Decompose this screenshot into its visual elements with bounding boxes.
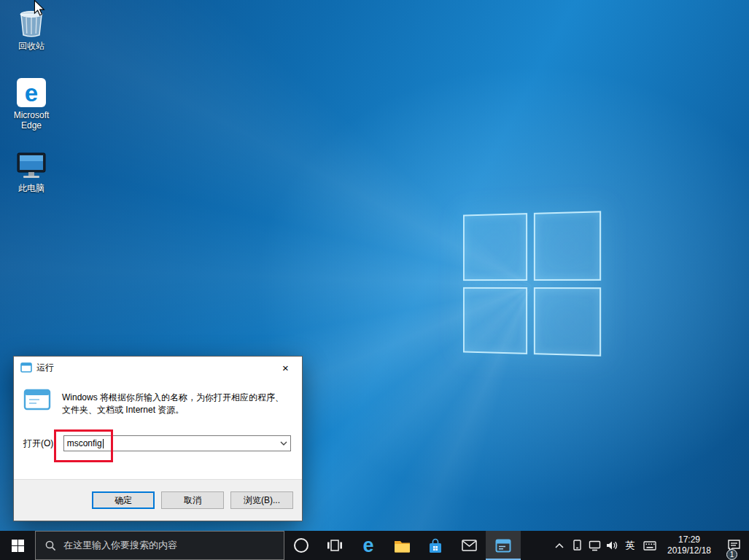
- dialog-footer: 确定 取消 浏览(B)...: [14, 479, 302, 521]
- clock-date: 2019/12/18: [667, 545, 711, 556]
- ok-button[interactable]: 确定: [92, 491, 155, 509]
- chevron-up-icon: [555, 542, 564, 548]
- annotation-highlight-box: [54, 429, 113, 462]
- dialog-title: 运行: [36, 362, 269, 374]
- clock-time: 17:29: [678, 534, 700, 545]
- logo-pane: [533, 211, 601, 280]
- store-button[interactable]: [419, 531, 452, 560]
- desktop-icon-label: 回收站: [3, 41, 60, 51]
- mouse-cursor: [34, 0, 45, 16]
- notification-badge: 1: [726, 549, 737, 560]
- logo-pane: [463, 213, 527, 280]
- desktop-icon-microsoft-edge[interactable]: e Microsoft Edge: [3, 75, 60, 131]
- edge-icon: e: [3, 75, 60, 107]
- taskbar-clock[interactable]: 17:29 2019/12/18: [660, 531, 718, 560]
- mail-button[interactable]: [452, 531, 486, 560]
- desktop-icon-label: Microsoft Edge: [3, 110, 60, 131]
- run-dialog-titlebar[interactable]: 运行 ×: [14, 357, 302, 378]
- windows-logo: [463, 211, 601, 356]
- device-icon: [573, 540, 582, 551]
- search-placeholder: 在这里输入你要搜索的内容: [63, 539, 177, 552]
- edge-taskbar-button[interactable]: e: [352, 531, 385, 560]
- file-explorer-button[interactable]: [385, 531, 419, 560]
- open-label: 打开(O):: [23, 438, 56, 450]
- recycle-bin-icon: [3, 6, 60, 38]
- language-indicator[interactable]: 英: [621, 531, 640, 560]
- volume-icon: [606, 540, 618, 551]
- store-icon: [427, 538, 443, 553]
- network-icon: [589, 540, 601, 551]
- folder-icon: [394, 539, 411, 553]
- desktop-icon-this-pc[interactable]: 此电脑: [3, 148, 60, 193]
- cancel-button[interactable]: 取消: [161, 491, 224, 509]
- network-button[interactable]: [586, 531, 603, 560]
- system-tray: 英 17:29 2019/12/18 1: [551, 531, 749, 560]
- cortana-icon: [294, 538, 308, 553]
- desktop-icon-label: 此电脑: [3, 183, 60, 193]
- touch-keyboard-button[interactable]: [640, 531, 660, 560]
- task-view-icon: [327, 539, 343, 552]
- browse-button[interactable]: 浏览(B)...: [230, 491, 293, 509]
- cortana-button[interactable]: [284, 531, 318, 560]
- windows-start-icon: [12, 540, 24, 552]
- run-program-icon: [23, 389, 51, 411]
- logo-pane: [463, 287, 527, 354]
- edge-letter: e: [25, 81, 38, 105]
- close-icon[interactable]: ×: [269, 357, 302, 378]
- mail-icon: [462, 540, 477, 551]
- run-window-icon: [20, 362, 32, 373]
- logo-pane: [533, 287, 601, 357]
- run-window-icon: [495, 539, 511, 553]
- keyboard-icon: [643, 541, 656, 551]
- task-view-button[interactable]: [318, 531, 352, 560]
- tray-expand-button[interactable]: [551, 531, 568, 560]
- search-icon: [45, 540, 56, 551]
- desktop-icon-recycle-bin[interactable]: 回收站: [3, 6, 60, 51]
- computer-icon: [3, 148, 60, 180]
- screen: 回收站 e Microsoft Edge 此电脑 运行 ×: [0, 0, 749, 560]
- taskbar-search-input[interactable]: 在这里输入你要搜索的内容: [35, 531, 284, 560]
- run-dialog-taskbar-button[interactable]: [486, 531, 521, 560]
- eject-media-button[interactable]: [568, 531, 586, 560]
- taskbar: 在这里输入你要搜索的内容 e: [0, 531, 749, 560]
- start-button[interactable]: [0, 531, 35, 560]
- volume-button[interactable]: [603, 531, 621, 560]
- action-center-button[interactable]: 1: [718, 531, 749, 560]
- chevron-down-icon[interactable]: [276, 436, 290, 451]
- run-dialog-description: Windows 将根据你所输入的名称，为你打开相应的程序、文件夹、文档或 Int…: [62, 389, 287, 417]
- edge-icon: e: [362, 536, 373, 556]
